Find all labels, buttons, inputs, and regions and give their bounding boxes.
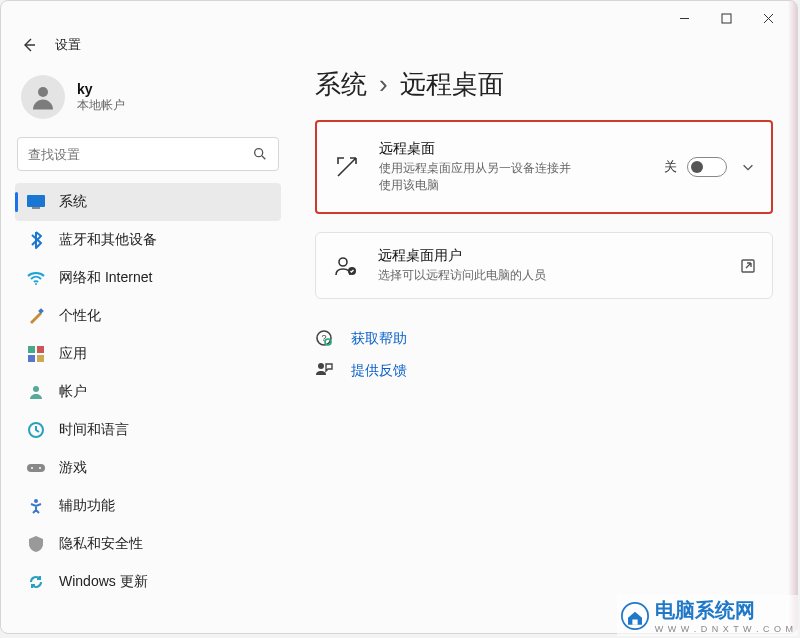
main-content: 系统 › 远程桌面 远程桌面 使用远程桌面应用从另一设备连接并使用该电脑 关 — [291, 55, 797, 633]
nav-item-gaming[interactable]: 游戏 — [15, 449, 281, 487]
feedback-icon — [315, 361, 335, 381]
svg-rect-12 — [28, 346, 35, 353]
back-button[interactable] — [19, 35, 39, 55]
nav-item-network[interactable]: 网络和 Internet — [15, 259, 281, 297]
user-row[interactable]: ky 本地帐户 — [15, 67, 281, 133]
nav-item-system[interactable]: 系统 — [15, 183, 281, 221]
nav-item-privacy[interactable]: 隐私和安全性 — [15, 525, 281, 563]
toggle-label: 关 — [664, 158, 677, 176]
account-icon — [27, 383, 45, 401]
system-icon — [27, 193, 45, 211]
edge-decoration — [788, 1, 798, 633]
open-external-icon — [740, 258, 756, 274]
minimize-button[interactable] — [663, 4, 705, 32]
titlebar — [1, 1, 797, 35]
accessibility-icon — [27, 497, 45, 515]
breadcrumb-separator: › — [379, 69, 388, 100]
maximize-icon — [721, 13, 732, 24]
svg-rect-15 — [37, 355, 44, 362]
search-input[interactable] — [28, 147, 252, 162]
time-icon — [27, 421, 45, 439]
link-label: 提供反馈 — [351, 362, 407, 380]
card-title: 远程桌面 — [379, 140, 646, 158]
card-title: 远程桌面用户 — [378, 247, 722, 265]
nav-label: 辅助功能 — [59, 497, 115, 515]
nav-item-accounts[interactable]: 帐户 — [15, 373, 281, 411]
svg-rect-11 — [38, 308, 44, 314]
nav-label: 隐私和安全性 — [59, 535, 143, 553]
remote-desktop-card[interactable]: 远程桌面 使用远程桌面应用从另一设备连接并使用该电脑 关 — [315, 120, 773, 214]
person-icon — [28, 82, 58, 112]
nav-item-apps[interactable]: 应用 — [15, 335, 281, 373]
svg-rect-9 — [32, 207, 40, 209]
apps-icon — [27, 345, 45, 363]
svg-rect-13 — [37, 346, 44, 353]
svg-point-16 — [33, 386, 39, 392]
nav-item-bluetooth[interactable]: 蓝牙和其他设备 — [15, 221, 281, 259]
nav-item-personalization[interactable]: 个性化 — [15, 297, 281, 335]
watermark-brand: 电脑系统网 — [655, 597, 794, 624]
nav-label: 帐户 — [59, 383, 87, 401]
game-icon — [27, 459, 45, 477]
link-label: 获取帮助 — [351, 330, 407, 348]
nav-item-windows-update[interactable]: Windows 更新 — [15, 563, 281, 601]
nav-label: 个性化 — [59, 307, 101, 325]
breadcrumb-parent[interactable]: 系统 — [315, 67, 367, 102]
watermark-logo-icon — [621, 602, 649, 630]
svg-point-5 — [38, 87, 48, 97]
svg-point-6 — [255, 149, 263, 157]
svg-point-22 — [339, 258, 347, 266]
header-row: 设置 — [1, 35, 797, 55]
remote-users-icon — [332, 252, 360, 280]
user-name: ky — [77, 81, 125, 97]
nav-list: 系统 蓝牙和其他设备 网络和 Internet 个性化 应用 — [15, 183, 281, 601]
close-button[interactable] — [747, 4, 789, 32]
remote-desktop-toggle[interactable] — [687, 157, 727, 177]
watermark: 电脑系统网 W W W . D N X T W . C O M — [617, 595, 798, 636]
search-icon — [252, 146, 268, 162]
svg-point-10 — [35, 283, 37, 285]
svg-text:?: ? — [321, 333, 326, 343]
close-icon — [763, 13, 774, 24]
svg-rect-18 — [27, 464, 45, 472]
minimize-icon — [679, 13, 690, 24]
app-title: 设置 — [55, 36, 81, 54]
nav-label: 蓝牙和其他设备 — [59, 231, 157, 249]
nav-label: Windows 更新 — [59, 573, 148, 591]
svg-rect-8 — [27, 195, 45, 207]
update-icon — [27, 573, 45, 591]
svg-point-28 — [318, 363, 324, 369]
nav-label: 游戏 — [59, 459, 87, 477]
breadcrumb-current: 远程桌面 — [400, 67, 504, 102]
svg-rect-1 — [722, 14, 731, 23]
nav-item-time-language[interactable]: 时间和语言 — [15, 411, 281, 449]
help-icon: ? — [315, 329, 335, 349]
nav-label: 网络和 Internet — [59, 269, 152, 287]
settings-window: 设置 ky 本地帐户 系统 — [0, 0, 798, 634]
nav-label: 应用 — [59, 345, 87, 363]
nav-label: 时间和语言 — [59, 421, 129, 439]
watermark-url: W W W . D N X T W . C O M — [655, 624, 794, 634]
svg-point-20 — [39, 467, 41, 469]
user-subtitle: 本地帐户 — [77, 97, 125, 114]
nav-item-accessibility[interactable]: 辅助功能 — [15, 487, 281, 525]
personalize-icon — [27, 307, 45, 325]
layout: ky 本地帐户 系统 蓝牙和其他设备 网络和 In — [1, 55, 797, 633]
help-links: ? 获取帮助 提供反馈 — [315, 323, 773, 387]
avatar — [21, 75, 65, 119]
breadcrumb: 系统 › 远程桌面 — [315, 67, 773, 102]
back-arrow-icon — [21, 37, 37, 53]
svg-point-21 — [34, 499, 38, 503]
maximize-button[interactable] — [705, 4, 747, 32]
sidebar: ky 本地帐户 系统 蓝牙和其他设备 网络和 In — [1, 55, 291, 633]
nav-label: 系统 — [59, 193, 87, 211]
give-feedback-link[interactable]: 提供反馈 — [315, 355, 773, 387]
get-help-link[interactable]: ? 获取帮助 — [315, 323, 773, 355]
card-subtitle: 使用远程桌面应用从另一设备连接并使用该电脑 — [379, 160, 579, 194]
privacy-icon — [27, 535, 45, 553]
chevron-down-icon[interactable] — [741, 160, 755, 174]
search-box[interactable] — [17, 137, 279, 171]
svg-rect-14 — [28, 355, 35, 362]
remote-users-card[interactable]: 远程桌面用户 选择可以远程访问此电脑的人员 — [315, 232, 773, 299]
card-subtitle: 选择可以远程访问此电脑的人员 — [378, 267, 722, 284]
